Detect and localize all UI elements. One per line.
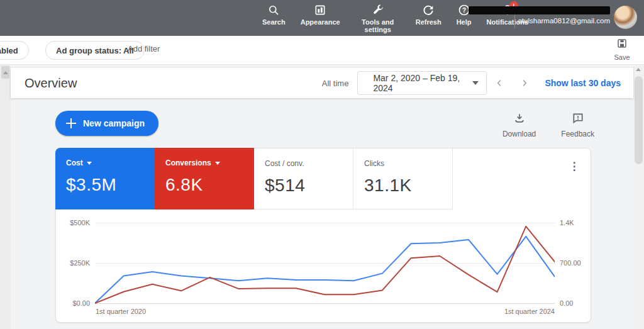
avatar[interactable] [614, 6, 637, 29]
tools-settings-label: Tools and settings [355, 18, 401, 33]
appearance-label: Appearance [301, 18, 340, 26]
account-name-redacted [469, 6, 610, 14]
save-icon [616, 38, 628, 52]
refresh-label: Refresh [416, 18, 441, 26]
main-content: Overview All time Mar 2, 2020 – Feb 19, … [11, 65, 633, 329]
appearance-button[interactable]: Appearance [293, 4, 348, 33]
new-campaign-label: New campaign [83, 118, 145, 128]
feedback-button[interactable]: Feedback [561, 112, 594, 138]
refresh-button[interactable]: Refresh [408, 4, 449, 33]
kebab-menu-icon[interactable]: ⋮ [568, 160, 580, 174]
show-last-30-days-link[interactable]: Show last 30 days [545, 78, 621, 88]
account-email: atulsharma0812@gmail.com [465, 17, 610, 25]
date-range-value: Mar 2, 2020 – Feb 19, 2024 [373, 73, 472, 93]
chevron-down-icon [215, 162, 220, 165]
left-scrollbar-thumb[interactable] [1, 66, 9, 79]
scorecard-strip: Cost $3.5M Conversions 6.8K Cost / conv.… [55, 148, 453, 209]
cost-line-series [95, 237, 555, 303]
scorecard-clicks-value: 31.1K [364, 176, 452, 196]
y-axis-right-tick: 1.4K [560, 219, 574, 226]
conversions-line-series [95, 226, 555, 303]
scorecard-cost-per-conv[interactable]: Cost / conv. $514 [254, 148, 353, 209]
page-title: Overview [25, 76, 77, 91]
date-range-cluster: All time Mar 2, 2020 – Feb 19, 2024 Show… [322, 68, 621, 98]
next-period-button[interactable] [512, 70, 537, 96]
ad-group-status-label: Ad group status: All [56, 46, 134, 55]
scorecard-conversions-label: Conversions [165, 159, 211, 167]
appearance-icon [314, 4, 326, 16]
download-label: Download [502, 130, 536, 138]
y-axis-left-tick: $250K [60, 259, 90, 267]
download-icon [513, 112, 526, 127]
plus-icon [65, 118, 77, 129]
feedback-icon [572, 112, 584, 127]
tools-settings-button[interactable]: Tools and settings [348, 4, 408, 33]
google-ads-overview-page: Search Appearance Tools and settings Ref… [0, 0, 644, 329]
chevron-left-icon [494, 77, 505, 89]
date-range-picker[interactable]: Mar 2, 2020 – Feb 19, 2024 [357, 71, 487, 95]
add-filter-button[interactable]: Add filter [128, 44, 160, 53]
account-info[interactable]: atulsharma0812@gmail.com [465, 6, 610, 25]
status-filter-chip[interactable]: us: Enabled [0, 41, 29, 60]
scorecard-cost-value: $3.5M [66, 175, 155, 195]
top-app-bar: Search Appearance Tools and settings Ref… [0, 0, 644, 36]
overview-chart-card: Cost $3.5M Conversions 6.8K Cost / conv.… [55, 148, 591, 323]
vertical-scrollbar[interactable] [633, 65, 644, 329]
y-axis-right-tick: 0.00 [560, 299, 573, 307]
scorecard-conversions-value: 6.8K [165, 175, 254, 195]
performance-chart: $500K $250K $0.00 1.4K 700.00 0.00 1st q… [56, 210, 591, 322]
chevron-down-icon [87, 162, 92, 165]
chevron-right-icon [519, 77, 530, 89]
scroll-up-arrow-icon [3, 71, 8, 74]
scorecard-clicks[interactable]: Clicks 31.1K [353, 148, 453, 209]
chevron-down-icon [472, 81, 479, 85]
all-time-label: All time [322, 79, 349, 88]
scorecard-cost-per-conv-label: Cost / conv. [265, 159, 304, 168]
tools-icon [372, 4, 384, 16]
scorecard-conversions[interactable]: Conversions 6.8K [155, 148, 254, 209]
y-axis-right-tick: 700.00 [560, 259, 581, 267]
x-axis-start-label: 1st quarter 2020 [96, 308, 146, 315]
search-icon [267, 4, 280, 16]
new-campaign-button[interactable]: New campaign [55, 111, 158, 136]
y-axis-left-tick: $500K [60, 219, 90, 226]
scorecard-clicks-label: Clicks [364, 159, 384, 168]
save-button[interactable]: Save [609, 38, 635, 61]
search-button[interactable]: Search [255, 4, 293, 33]
left-scrollbar[interactable] [0, 65, 11, 329]
feedback-label: Feedback [561, 130, 594, 138]
status-filter-label: us: Enabled [0, 46, 18, 55]
x-axis-end-label: 1st quarter 2024 [486, 308, 555, 315]
save-label: Save [614, 53, 630, 61]
y-axis-left-tick: $0.00 [60, 299, 90, 307]
scorecard-cost-label: Cost [66, 159, 83, 167]
filter-bar: us: Enabled Ad group status: All Add fil… [0, 36, 644, 65]
card-actions: Download Feedback [502, 112, 594, 138]
scorecard-cost[interactable]: Cost $3.5M [55, 148, 155, 209]
scrollbar-up-arrow-icon [636, 68, 641, 71]
overview-header: Overview All time Mar 2, 2020 – Feb 19, … [11, 68, 633, 98]
chart-plot-area[interactable] [95, 222, 555, 304]
vertical-scrollbar-thumb[interactable] [635, 76, 643, 164]
refresh-icon [422, 4, 435, 16]
previous-period-button[interactable] [487, 70, 512, 96]
download-button[interactable]: Download [502, 112, 536, 138]
scorecard-cost-per-conv-value: $514 [265, 176, 353, 196]
search-label: Search [262, 18, 286, 26]
